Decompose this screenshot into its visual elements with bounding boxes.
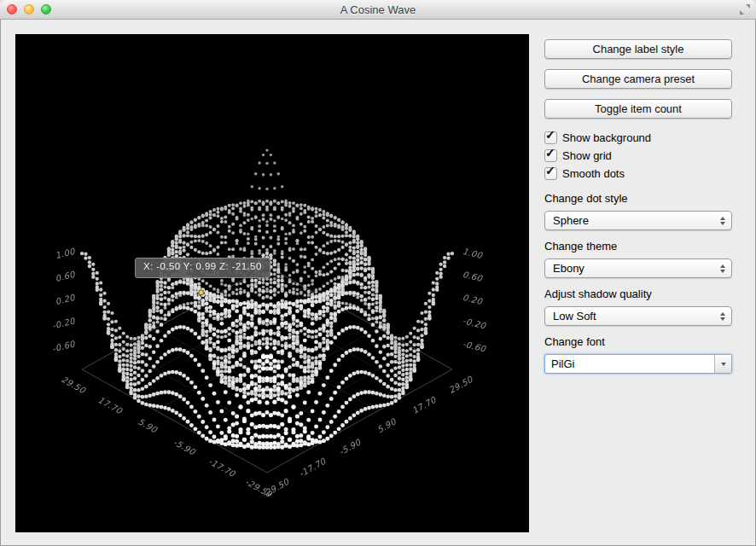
theme-select[interactable]: Ebony	[544, 258, 732, 278]
chevron-up-down-icon	[720, 217, 725, 225]
close-button[interactable]	[7, 4, 17, 15]
font-label: Change font	[544, 335, 732, 348]
window-title: A Cosine Wave	[0, 3, 756, 16]
chevron-up-down-icon	[720, 312, 725, 321]
zoom-button[interactable]	[41, 4, 51, 15]
checkbox-group: ✓ Show background ✓ Show grid ✓ Smooth d…	[544, 129, 732, 183]
fullscreen-icon[interactable]	[739, 3, 751, 15]
shadow-quality-select[interactable]: Low Soft	[544, 306, 732, 326]
font-combo-input[interactable]	[545, 355, 714, 373]
checkbox-label: Show background	[562, 131, 651, 144]
theme-label: Change theme	[544, 240, 732, 253]
selected-value: Sphere	[553, 214, 720, 227]
checkbox-box: ✓	[544, 167, 557, 180]
scatter-3d-view[interactable]: 1.000.600.20-0.20-0.601.000.600.20-0.20-…	[15, 34, 529, 532]
app-window: A Cosine Wave 1.000.600.20-0.20-0.601.00…	[0, 0, 756, 546]
checkmark-icon: ✓	[545, 164, 555, 177]
smooth-dots-checkbox[interactable]: ✓ Smooth dots	[544, 165, 732, 183]
scatter-canvas[interactable]	[15, 34, 529, 532]
change-camera-preset-button[interactable]: Change camera preset	[544, 69, 732, 89]
dot-style-select[interactable]: Sphere	[544, 211, 732, 230]
checkbox-label: Smooth dots	[562, 167, 625, 180]
change-label-style-button[interactable]: Change label style	[544, 39, 732, 59]
chevron-down-icon	[721, 363, 726, 366]
font-combobox[interactable]	[544, 354, 732, 374]
show-background-checkbox[interactable]: ✓ Show background	[544, 129, 732, 147]
minimize-button[interactable]	[24, 4, 34, 15]
window-controls	[7, 4, 51, 15]
checkbox-box: ✓	[544, 149, 557, 162]
selected-value: Ebony	[553, 262, 720, 275]
show-grid-checkbox[interactable]: ✓ Show grid	[544, 147, 732, 165]
toggle-item-count-button[interactable]: Toggle item count	[544, 99, 732, 119]
chevron-up-down-icon	[720, 264, 725, 273]
selection-tooltip: X: -0.50 Y: 0.99 Z: -21.50	[135, 258, 270, 278]
selected-value: Low Soft	[553, 310, 720, 322]
dot-style-label: Change dot style	[544, 192, 732, 205]
checkbox-box: ✓	[544, 131, 557, 144]
checkbox-label: Show grid	[562, 149, 612, 162]
titlebar: A Cosine Wave	[0, 0, 756, 20]
combo-dropdown-button[interactable]	[714, 355, 731, 373]
checkmark-icon: ✓	[545, 128, 555, 142]
shadow-quality-label: Adjust shadow quality	[544, 288, 732, 300]
control-panel: Change label style Change camera preset …	[544, 39, 732, 374]
checkmark-icon: ✓	[545, 146, 555, 160]
